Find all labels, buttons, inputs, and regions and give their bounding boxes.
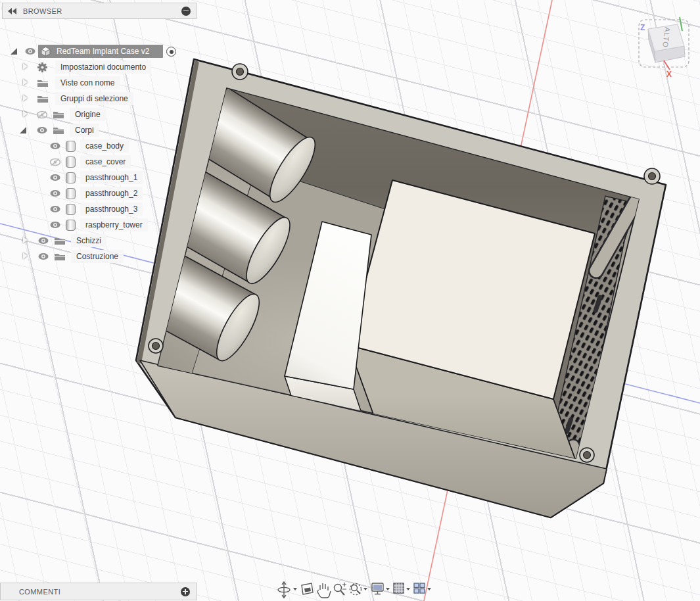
tree-item-label[interactable]: Schizzi: [71, 234, 106, 247]
folder-icon: [53, 110, 64, 119]
visibility-eye-icon[interactable]: [38, 237, 49, 245]
comments-panel-title: COMMENTI: [19, 588, 60, 596]
pan-button[interactable]: [317, 583, 331, 598]
body-icon: [66, 204, 76, 215]
body-icon: [66, 220, 76, 231]
collapsed-caret-icon[interactable]: [23, 110, 28, 117]
collapsed-caret-icon[interactable]: [23, 79, 28, 85]
add-comment-icon[interactable]: [181, 587, 190, 596]
tree-item-label[interactable]: Viste con nome: [55, 76, 120, 89]
dropdown-caret[interactable]: [386, 588, 390, 590]
x-axis-tick: [664, 60, 670, 70]
component-cube-icon: [40, 46, 51, 57]
tree-item-label[interactable]: passthrough_3: [80, 203, 143, 216]
minimize-panel-icon[interactable]: [181, 7, 191, 16]
tree-item-label[interactable]: passthrough_2: [80, 187, 143, 200]
tree-item-label[interactable]: Impostazioni documento: [55, 60, 151, 74]
collapsed-caret-icon[interactable]: [23, 95, 28, 101]
dropdown-caret[interactable]: [363, 588, 367, 590]
viewports-button[interactable]: [414, 583, 431, 593]
visibility-eye-icon[interactable]: [50, 205, 60, 213]
expanded-caret-icon[interactable]: [20, 127, 26, 133]
folder-icon: [37, 78, 49, 87]
folder-icon: [54, 236, 66, 245]
collapsed-caret-icon[interactable]: [23, 63, 28, 70]
visibility-eye-icon[interactable]: [25, 47, 35, 55]
viewcube[interactable]: ALTO Z X: [639, 17, 689, 79]
visibility-eye-icon[interactable]: [50, 221, 60, 229]
folder-icon: [54, 252, 66, 261]
orbit-button[interactable]: [278, 582, 297, 598]
fusion-canvas: ALTO Z X: [0, 0, 700, 601]
visibility-eye-icon[interactable]: [37, 126, 47, 134]
expanded-caret-icon[interactable]: [11, 48, 17, 55]
tree-item-label[interactable]: Costruzione: [71, 250, 124, 263]
tree-item-label[interactable]: Origine: [70, 108, 106, 121]
collapse-panel-icon[interactable]: [8, 8, 17, 14]
visibility-eye-icon[interactable]: [38, 252, 49, 260]
fit-button[interactable]: [350, 584, 368, 595]
tree-item-label[interactable]: passthrough_1: [80, 171, 143, 184]
body-icon: [66, 188, 76, 199]
tree-item-label[interactable]: case_cover: [80, 155, 131, 168]
browser-panel-title: BROWSER: [23, 7, 62, 15]
selected-item-strip[interactable]: RedTeam Implant Case v2: [38, 45, 163, 58]
tree-item-label[interactable]: RedTeam Implant Case v2: [51, 45, 154, 58]
tree-item-label[interactable]: case_body: [80, 139, 129, 153]
gear-icon: [37, 62, 48, 73]
tree-item-label[interactable]: raspberry_tower: [80, 218, 148, 231]
dropdown-caret[interactable]: [293, 588, 297, 590]
tree-item-label[interactable]: Gruppi di selezione: [55, 92, 133, 105]
browser-panel-header[interactable]: BROWSER: [2, 3, 197, 19]
zoom-button[interactable]: [335, 583, 347, 595]
collapsed-caret-icon[interactable]: [23, 252, 28, 259]
collapsed-caret-icon[interactable]: [23, 237, 28, 243]
visibility-eye-icon[interactable]: [50, 142, 60, 150]
grid-and-snaps-button[interactable]: [394, 583, 410, 593]
tree-item-label[interactable]: Corpi: [70, 124, 99, 137]
folder-icon: [53, 126, 64, 135]
body-icon: [66, 141, 76, 152]
visibility-eye-off-icon[interactable]: [37, 110, 48, 119]
visibility-eye-icon[interactable]: [50, 174, 60, 181]
browser-tree: RedTeam Implant Case v2 Impostazioni doc…: [0, 22, 217, 252]
visibility-eye-icon[interactable]: [50, 189, 60, 197]
body-icon: [66, 172, 76, 183]
dropdown-caret[interactable]: [427, 588, 431, 590]
comments-panel-header[interactable]: COMMENTI: [0, 583, 197, 600]
display-settings-button[interactable]: [372, 583, 390, 594]
dropdown-caret[interactable]: [406, 588, 410, 590]
body-icon: [66, 156, 76, 168]
z-axis-label: Z: [640, 23, 645, 32]
look-at-button[interactable]: [302, 583, 313, 594]
y-axis-tick: [680, 17, 682, 31]
activate-component-radio[interactable]: [166, 47, 176, 57]
visibility-eye-off-icon[interactable]: [50, 158, 61, 166]
navigation-toolbar[interactable]: [278, 582, 431, 598]
folder-icon: [37, 94, 49, 103]
x-axis-label: X: [666, 70, 672, 79]
